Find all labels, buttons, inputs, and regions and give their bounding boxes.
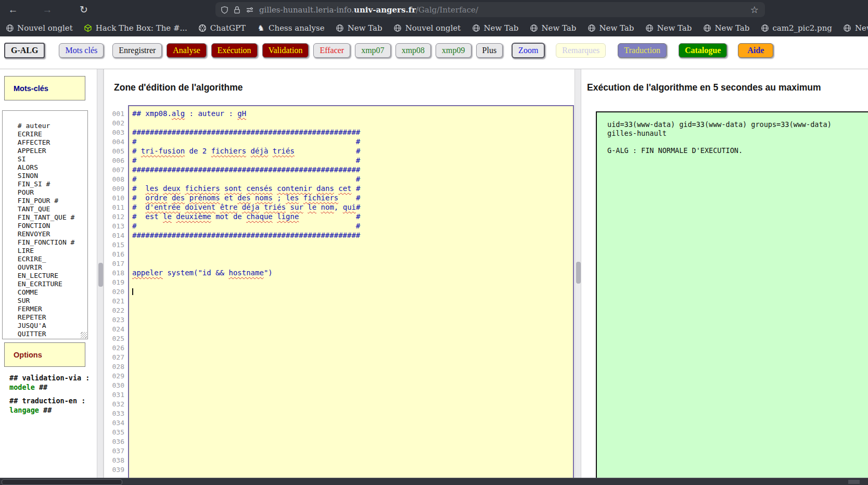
toolbar-button-validation[interactable]: Validation bbox=[262, 43, 309, 58]
toolbar-button-aide[interactable]: Aide bbox=[738, 43, 773, 58]
toolbar-button-g-alg[interactable]: G-ALG bbox=[4, 43, 45, 58]
code-line[interactable] bbox=[132, 240, 573, 249]
keyword-item[interactable]: POUR bbox=[14, 188, 87, 197]
keyword-item[interactable]: JUSQU'A bbox=[14, 322, 87, 330]
keyword-item[interactable]: FERMER bbox=[14, 305, 87, 313]
code-line[interactable]: ########################################… bbox=[132, 165, 573, 174]
bookmark-item[interactable]: ♞Chess analyse bbox=[257, 23, 325, 33]
code-line[interactable]: # # bbox=[132, 156, 573, 165]
code-line[interactable] bbox=[132, 418, 573, 427]
code-line[interactable]: # les deux fichiers sont censés contenir… bbox=[132, 184, 573, 193]
code-line[interactable] bbox=[132, 259, 573, 268]
shield-icon[interactable] bbox=[221, 6, 228, 14]
algorithm-editor[interactable]: ## xmp08.alg : auteur : gH##############… bbox=[128, 105, 574, 485]
code-line[interactable] bbox=[132, 437, 573, 446]
keyword-item[interactable]: FONCTION bbox=[14, 222, 87, 230]
code-line[interactable]: ########################################… bbox=[132, 127, 573, 137]
keyword-item[interactable]: FIN_SI # bbox=[14, 180, 87, 188]
toolbar-button-mots-cl-s[interactable]: Mots clés bbox=[59, 43, 104, 58]
code-line[interactable] bbox=[132, 446, 573, 455]
bookmark-item[interactable]: cam2_pic2.png bbox=[760, 23, 832, 33]
code-line[interactable] bbox=[132, 287, 573, 296]
code-line[interactable] bbox=[132, 249, 573, 259]
left-scrollbar-thumb[interactable] bbox=[98, 263, 103, 287]
keyword-item[interactable]: OUVRIR bbox=[14, 263, 87, 272]
keyword-item[interactable]: LIRE bbox=[14, 247, 87, 255]
toolbar-button-traduction[interactable]: Traduction bbox=[618, 43, 667, 58]
code-line[interactable]: # est le deuxième mot de chaque ligne # bbox=[132, 212, 573, 221]
bookmark-star-icon[interactable]: ☆ bbox=[750, 2, 759, 18]
bookmark-item[interactable]: Nouvel onglet bbox=[393, 23, 461, 33]
code-line[interactable]: ########################################… bbox=[132, 231, 573, 240]
keyword-item[interactable]: COMME bbox=[14, 288, 87, 297]
code-line[interactable] bbox=[132, 352, 573, 362]
toolbar-button-xmp09[interactable]: xmp09 bbox=[436, 43, 471, 58]
permissions-icon[interactable] bbox=[246, 6, 254, 14]
keyword-item[interactable]: TANT_QUE bbox=[14, 205, 87, 213]
code-line[interactable] bbox=[132, 362, 573, 371]
bookmark-item[interactable]: Nouvel onglet bbox=[5, 23, 73, 33]
bookmark-item[interactable]: Hack The Box: The #... bbox=[84, 23, 187, 33]
middle-scrollbar-thumb[interactable] bbox=[576, 262, 581, 284]
code-line[interactable]: # # bbox=[132, 137, 573, 146]
keyword-item[interactable]: EN_ECRITURE bbox=[14, 280, 87, 288]
keyword-item[interactable]: FIN_POUR # bbox=[14, 197, 87, 205]
code-line[interactable]: # d'entrée doivent être déja triés sur l… bbox=[132, 202, 573, 212]
code-line[interactable] bbox=[132, 380, 573, 390]
bookmark-item[interactable]: New Tab bbox=[471, 23, 518, 33]
middle-frame-scrollbar[interactable] bbox=[575, 69, 581, 478]
keyword-item[interactable]: FIN_TANT_QUE # bbox=[14, 213, 87, 222]
toolbar-button-ex-cution[interactable]: Exécution bbox=[211, 43, 258, 58]
toolbar-button-plus[interactable]: Plus bbox=[476, 43, 503, 58]
reload-icon[interactable]: ↻ bbox=[76, 2, 92, 18]
code-line[interactable] bbox=[132, 465, 573, 474]
toolbar-button-effacer[interactable]: Effacer bbox=[313, 43, 350, 58]
code-line[interactable]: # tri-fusion de 2 fichiers déjà triés # bbox=[132, 146, 573, 156]
code-line[interactable] bbox=[132, 455, 573, 465]
keywords-listbox[interactable]: # auteur ECRIRE AFFECTER APPELER SI ALOR… bbox=[2, 110, 88, 339]
keyword-item[interactable]: SUR bbox=[14, 297, 87, 305]
toolbar-button-analyse[interactable]: Analyse bbox=[167, 43, 206, 58]
keyword-item[interactable]: # auteur bbox=[14, 122, 87, 130]
code-line[interactable] bbox=[132, 315, 573, 324]
keyword-item[interactable]: RENVOYER bbox=[14, 230, 87, 238]
url-bar[interactable]: gilles-hunault.leria-info.univ-angers.fr… bbox=[215, 2, 765, 17]
code-line[interactable] bbox=[132, 324, 573, 334]
toolbar-button-xmp07[interactable]: xmp07 bbox=[355, 43, 390, 58]
keyword-item[interactable]: SINON bbox=[14, 172, 87, 180]
code-line[interactable] bbox=[132, 118, 573, 127]
keyword-item[interactable]: ECRIRE bbox=[14, 130, 87, 138]
toolbar-button-xmp08[interactable]: xmp08 bbox=[395, 43, 431, 58]
code-line[interactable] bbox=[132, 409, 573, 418]
code-line[interactable]: # # bbox=[132, 174, 573, 184]
code-line[interactable] bbox=[132, 277, 573, 287]
code-line[interactable] bbox=[132, 371, 573, 380]
bookmark-item[interactable]: New Tab bbox=[645, 23, 692, 33]
bookmark-item[interactable]: New Tab bbox=[529, 23, 576, 33]
code-line[interactable]: ## xmp08.alg : auteur : gH bbox=[132, 109, 573, 118]
keyword-item[interactable]: AFFECTER bbox=[14, 138, 87, 147]
toolbar-button-zoom[interactable]: Zoom bbox=[512, 43, 545, 58]
forward-icon[interactable]: → bbox=[40, 2, 55, 18]
keyword-item[interactable]: QUITTER bbox=[14, 330, 87, 338]
toolbar-button-catalogue[interactable]: Catalogue bbox=[679, 43, 727, 58]
code-line[interactable]: appeler system("id && hostname") bbox=[132, 268, 573, 277]
keyword-item[interactable]: REPETER bbox=[14, 313, 87, 322]
code-line[interactable] bbox=[132, 427, 573, 437]
lock-icon[interactable] bbox=[234, 6, 240, 14]
dock-window-button[interactable] bbox=[2, 479, 122, 485]
keyword-item[interactable]: ALORS bbox=[14, 163, 87, 172]
code-line[interactable] bbox=[132, 390, 573, 399]
bookmark-item[interactable]: New Tab bbox=[336, 23, 382, 33]
code-line[interactable] bbox=[132, 296, 573, 305]
code-line[interactable] bbox=[132, 399, 573, 409]
keyword-item[interactable]: APPELER bbox=[14, 147, 87, 155]
code-line[interactable] bbox=[132, 343, 573, 352]
keyword-item[interactable]: ECRIRE_ bbox=[14, 255, 87, 263]
bookmark-item[interactable]: New Tab bbox=[703, 23, 749, 33]
code-line[interactable] bbox=[132, 334, 573, 343]
back-icon[interactable]: ← bbox=[5, 2, 21, 18]
keyword-item[interactable]: SI bbox=[14, 155, 87, 163]
url-text[interactable]: gilles-hunault.leria-info.univ-angers.fr… bbox=[259, 5, 760, 15]
bookmark-item[interactable]: ChatGPT bbox=[198, 23, 246, 33]
